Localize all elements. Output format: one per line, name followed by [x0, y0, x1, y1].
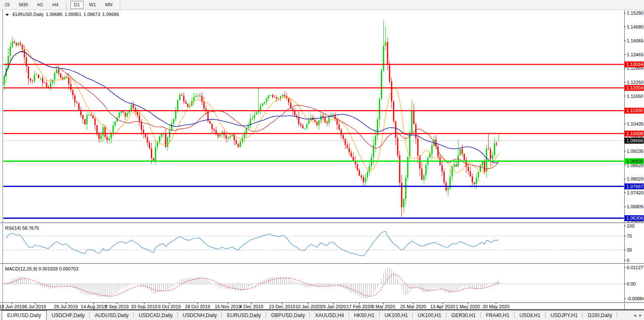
price-axis-tick: 1.14680 [627, 24, 644, 29]
price-level-badge: 1.07697 [625, 184, 644, 189]
macd-pane: 0.0112770.00-0.008845 [3, 265, 644, 301]
price-axis-tick: 1.12250 [627, 80, 644, 85]
date-axis-tick: 1 May 2020 [456, 304, 480, 309]
chart-tab-usoil-h1[interactable]: USOil,H1 [515, 310, 546, 320]
chart-tab-uk100-h1[interactable]: UK100,H1 [380, 310, 413, 320]
price-axis-tick: 1.14065 [627, 38, 644, 43]
tab-scroll-arrows: ◂▸ [634, 310, 641, 320]
rsi-pane: 10070300 [3, 223, 634, 263]
svg-text:1.12004: 1.12004 [626, 85, 643, 90]
date-axis-tick: 20 May 2020 [483, 304, 509, 309]
svg-text:1.13034: 1.13034 [626, 62, 643, 67]
rsi-axis-tick: 0 [627, 258, 629, 263]
chart-tab-gbpusd-daily[interactable]: GBPUSD,Daily [266, 310, 310, 320]
pane-separators [0, 223, 644, 304]
current-price-badge: 1.09696 [625, 138, 644, 144]
chart-tab-usdjpy-h1[interactable]: USDJPY,H1 [546, 310, 583, 320]
chart-tab-usdcad-daily[interactable]: USDCAD,Daily [134, 310, 178, 320]
date-axis-tick: 2 Sep 2019 [105, 304, 129, 309]
date-axis-tick: 13 Apr 2020 [430, 304, 455, 309]
timeframe-button-W1[interactable]: W1 [85, 1, 100, 9]
macd-histogram [4, 268, 499, 299]
toolbar-separator [120, 0, 120, 9]
timeframe-button-15[interactable]: 15 [1, 1, 13, 9]
chart-tab-usdchf-daily[interactable]: USDCHF,Daily [47, 310, 90, 320]
price-level-badge: 1.12004 [625, 85, 644, 91]
date-axis-tick: 25 Mar 2020 [400, 304, 426, 309]
price-axis-tick: 1.15280 [627, 10, 644, 16]
price-axis-tick: 1.13465 [627, 52, 644, 57]
chart-tab-uk100-h1[interactable]: UK100,H1 [413, 310, 446, 320]
chart-tab-audusd-daily[interactable]: AUDUSD,Daily [90, 310, 134, 320]
timeframe-button-D1[interactable]: D1 [70, 1, 84, 9]
timeframe-button-MN[interactable]: MN [101, 1, 116, 9]
svg-text:1.11009: 1.11009 [626, 108, 643, 113]
date-axis-tick: 17 Feb 2020 [346, 304, 372, 309]
price-level-badge: 1.08800 [625, 158, 644, 164]
price-level-badge: 1.13034 [625, 61, 644, 67]
tabs-scroll-left-icon[interactable]: ◂ [634, 313, 636, 317]
mt4-terminal: { "toolbar": { "timeframes": ["15", "M30… [0, 0, 644, 320]
timeframe-button-M30[interactable]: M30 [15, 1, 32, 9]
macd-signal-line [4, 275, 499, 296]
date-axis-tick: 28 Oct 2019 [185, 304, 210, 309]
chart-tabs-bar: EURUSD,DailyUSDCHF,DailyAUDUSD,DailyUSDC… [0, 310, 644, 320]
tabs-scroll-right-icon[interactable]: ▸ [639, 313, 641, 317]
chart-tab-fra40-h1[interactable]: FRA40,H1 [481, 310, 515, 320]
rsi-axis-tick: 70 [627, 233, 632, 239]
macd-axis-tick: 0.00 [627, 281, 636, 286]
macd-axis-tick: -0.008845 [627, 296, 644, 301]
chart-tab-xauusd-h4[interactable]: XAUUSD,H4 [310, 310, 349, 320]
support-resistance-lines [3, 64, 624, 218]
date-axis-tick: 14 Aug 2019 [81, 304, 107, 309]
date-axis: 19 Jun 20198 Jul 201926 Jul 201914 Aug 2… [0, 303, 644, 310]
date-axis-tick: 15 Nov 2019 [215, 304, 241, 309]
timeframe-button-H1[interactable]: H1 [34, 1, 47, 9]
svg-text:1.10008: 1.10008 [626, 131, 643, 136]
chart-tab-eurusd-daily[interactable]: EURUSD,Daily [2, 310, 47, 320]
toolbar-separator [66, 0, 66, 9]
date-axis-tick: 29 Jan 2020 [321, 304, 346, 309]
chart-tab-eurusd-daily[interactable]: EURUSD,Daily [222, 310, 266, 320]
price-axis-tick: 1.08020 [627, 176, 644, 181]
price-axis: 1.152801.146801.140651.134651.128651.122… [625, 10, 644, 223]
price-axis-tick: 1.09235 [627, 149, 644, 154]
rsi-axis-tick: 100 [627, 223, 634, 228]
rsi-line [6, 231, 499, 256]
rsi-axis-tick: 30 [627, 247, 632, 252]
chart-tab-ger30-h1[interactable]: GER30,H1 [446, 310, 481, 320]
date-axis-tick: 10 Jan 2020 [296, 304, 321, 309]
price-chart-canvas[interactable]: 1.152801.146801.140651.134651.128651.122… [0, 0, 644, 320]
date-axis-tick: 19 Jun 2019 [0, 304, 24, 309]
price-level-badge: 1.10008 [625, 131, 644, 136]
svg-text:1.07697: 1.07697 [626, 184, 643, 189]
price-axis-tick: 1.11650 [627, 94, 643, 99]
candlesticks-layer [4, 21, 499, 217]
timeframe-toolbar: 15M30H1H4D1W1MN [0, 0, 644, 10]
price-axis-tick: 1.10435 [627, 121, 644, 126]
price-axis-tick: 1.07420 [627, 190, 644, 195]
svg-text:1.09696: 1.09696 [626, 138, 643, 143]
date-axis-tick: 8 Jul 2019 [25, 304, 46, 309]
date-axis-tick: 4 Dec 2019 [240, 304, 263, 309]
price-level-badge: 1.06306 [625, 215, 644, 221]
date-axis-tick: 20 Sep 2019 [131, 304, 157, 309]
date-axis-tick: 26 Jul 2019 [54, 304, 78, 309]
date-axis-tick: 9 Oct 2019 [158, 304, 181, 309]
chart-tab-dj30-daily[interactable]: DJ30,Daily [583, 310, 617, 320]
chart-frame [0, 10, 644, 310]
macd-axis-tick: 0.011277 [627, 265, 644, 270]
timeframe-button-H4[interactable]: H4 [49, 1, 62, 9]
date-axis-tick: 23 Dec 2019 [269, 304, 295, 309]
date-axis-tick: 6 Mar 2020 [372, 304, 395, 309]
price-level-badge: 1.11009 [625, 108, 644, 113]
svg-text:1.06306: 1.06306 [626, 215, 643, 220]
price-axis-tick: 1.06805 [627, 204, 644, 209]
chart-tab-usdcnh-daily[interactable]: USDCNH,Daily [178, 310, 222, 320]
svg-text:1.08800: 1.08800 [626, 159, 643, 164]
symbol-dropdown-icon[interactable] [5, 14, 9, 16]
chart-tab-hk50-h1[interactable]: HK50,H1 [349, 310, 380, 320]
